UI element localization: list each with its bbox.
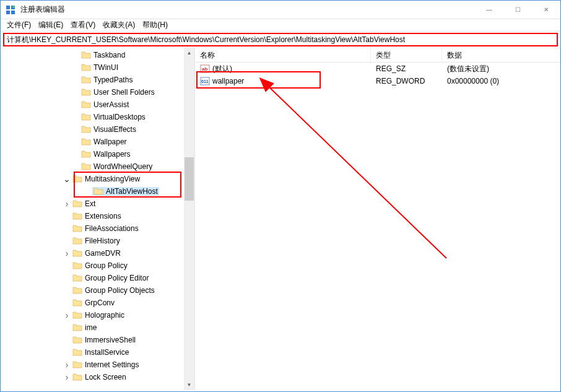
- tree-item-wallpapers[interactable]: Wallpapers: [1, 148, 194, 160]
- value-type: REG_SZ: [371, 64, 442, 73]
- scroll-thumb[interactable]: [185, 157, 194, 201]
- tree-item-label: WordWheelQuery: [94, 162, 152, 171]
- no-expand-icon: [71, 150, 80, 159]
- tree-scrollbar[interactable]: ▲ ▼: [184, 48, 194, 390]
- svg-text:ab: ab: [202, 66, 207, 72]
- expand-icon[interactable]: ›: [63, 249, 71, 258]
- tree-item-wordwheelquery[interactable]: WordWheelQuery: [1, 160, 194, 173]
- svg-rect-2: [6, 11, 10, 14]
- binary-value-icon: 011: [200, 76, 210, 86]
- menubar: 文件(F) 编辑(E) 查看(V) 收藏夹(A) 帮助(H): [1, 19, 560, 32]
- folder-icon: [72, 298, 82, 307]
- tree-item-label: AltTabViewHost: [106, 187, 158, 196]
- folder-icon: [72, 261, 82, 270]
- folder-icon: [81, 63, 91, 72]
- tree-item-virtualdesktops[interactable]: VirtualDesktops: [1, 111, 194, 123]
- tree-item-group-policy[interactable]: Group Policy: [1, 259, 194, 272]
- tree-item-typedpaths[interactable]: TypedPaths: [1, 74, 194, 86]
- tree-item-wallpaper[interactable]: Wallpaper: [1, 136, 194, 148]
- expand-icon[interactable]: ›: [63, 373, 71, 381]
- tree-item-label: Group Policy: [85, 261, 128, 270]
- column-name[interactable]: 名称: [195, 48, 371, 62]
- menu-file[interactable]: 文件(F): [3, 19, 35, 32]
- no-expand-icon: [71, 88, 80, 97]
- tree-panel: TaskbandTWinUITypedPathsUser Shell Folde…: [1, 48, 195, 390]
- tree-item-label: ime: [85, 323, 97, 332]
- column-data[interactable]: 数据: [442, 48, 560, 62]
- value-type: REG_DWORD: [371, 77, 442, 85]
- folder-icon: [81, 150, 91, 159]
- folder-icon: [72, 249, 82, 258]
- listview-panel: 名称 类型 数据 ab(默认)REG_SZ(数值未设置)011wallpaper…: [195, 48, 560, 390]
- maximize-button[interactable]: ☐: [503, 1, 532, 19]
- folder-icon: [72, 348, 82, 357]
- expand-icon[interactable]: ›: [63, 311, 71, 320]
- listview-header: 名称 类型 数据: [195, 48, 560, 63]
- tree-item-extensions[interactable]: Extensions: [1, 210, 194, 222]
- window-title: 注册表编辑器: [20, 4, 475, 15]
- list-row[interactable]: ab(默认)REG_SZ(数值未设置): [195, 63, 560, 75]
- tree-item-ime[interactable]: ime: [1, 321, 194, 334]
- tree-item-label: VirtualDesktops: [94, 113, 146, 121]
- tree-item-taskband[interactable]: Taskband: [1, 49, 194, 61]
- menu-help[interactable]: 帮助(H): [139, 19, 172, 32]
- tree-item-holographic[interactable]: ›Holographic: [1, 309, 194, 321]
- scroll-down-button[interactable]: ▼: [184, 380, 194, 390]
- tree-item-user-shell-folders[interactable]: User Shell Folders: [1, 86, 194, 98]
- folder-icon: [81, 113, 91, 121]
- menu-view[interactable]: 查看(V): [67, 19, 99, 32]
- folder-icon: [72, 224, 82, 233]
- tree-item-alttabviewhost[interactable]: AltTabViewHost: [1, 185, 194, 198]
- tree-item-multitaskingview[interactable]: ⌄MultitaskingView: [1, 173, 194, 185]
- tree-item-label: ImmersiveShell: [85, 336, 136, 344]
- no-expand-icon: [63, 224, 71, 233]
- tree-item-grpconv[interactable]: GrpConv: [1, 297, 194, 309]
- tree-item-twinui[interactable]: TWinUI: [1, 61, 194, 74]
- no-expand-icon: [71, 137, 80, 146]
- content-area: TaskbandTWinUITypedPathsUser Shell Folde…: [1, 48, 560, 390]
- folder-icon: [72, 373, 82, 381]
- tree-item-fileassociations[interactable]: FileAssociations: [1, 222, 194, 235]
- tree-item-label: Extensions: [85, 212, 121, 220]
- tree-item-group-policy-editor[interactable]: Group Policy Editor: [1, 272, 194, 284]
- tree-item-label: Lock Screen: [85, 373, 126, 381]
- tree-item-group-policy-objects[interactable]: Group Policy Objects: [1, 284, 194, 297]
- list-row[interactable]: 011wallpaperREG_DWORD0x00000000 (0): [195, 75, 560, 87]
- tree-item-label: TypedPaths: [94, 76, 133, 84]
- column-type[interactable]: 类型: [371, 48, 442, 62]
- no-expand-icon: [71, 51, 80, 59]
- tree-item-lock-screen[interactable]: ›Lock Screen: [1, 371, 194, 383]
- svg-rect-3: [11, 11, 15, 14]
- tree-item-label: TWinUI: [94, 63, 118, 72]
- tree-item-ext[interactable]: ›Ext: [1, 198, 194, 210]
- tree-item-filehistory[interactable]: FileHistory: [1, 235, 194, 247]
- tree-item-installservice[interactable]: InstallService: [1, 346, 194, 359]
- value-name: wallpaper: [212, 77, 244, 85]
- tree-item-immersiveshell[interactable]: ImmersiveShell: [1, 334, 194, 346]
- folder-icon: [72, 274, 82, 282]
- tree-item-label: UserAssist: [94, 100, 129, 109]
- no-expand-icon: [63, 274, 71, 282]
- annotation-arrow: [195, 48, 560, 392]
- tree-item-internet-settings[interactable]: ›Internet Settings: [1, 359, 194, 371]
- tree-item-userassist[interactable]: UserAssist: [1, 98, 194, 111]
- no-expand-icon: [63, 261, 71, 270]
- menu-edit[interactable]: 编辑(E): [35, 19, 67, 32]
- no-expand-icon: [71, 100, 80, 109]
- expand-icon[interactable]: ›: [63, 199, 71, 208]
- value-data: (数值未设置): [442, 64, 560, 74]
- tree-item-visualeffects[interactable]: VisualEffects: [1, 123, 194, 136]
- folder-icon: [72, 360, 82, 369]
- scroll-up-button[interactable]: ▲: [184, 48, 194, 58]
- close-button[interactable]: ✕: [532, 1, 560, 19]
- address-input[interactable]: [7, 35, 554, 44]
- minimize-button[interactable]: —: [475, 1, 503, 19]
- folder-icon: [81, 125, 91, 134]
- expand-icon[interactable]: ›: [63, 360, 71, 369]
- collapse-icon[interactable]: ⌄: [63, 175, 71, 183]
- tree-item-label: FileAssociations: [85, 224, 139, 233]
- tree-item-gamedvr[interactable]: ›GameDVR: [1, 247, 194, 259]
- folder-icon: [81, 51, 91, 59]
- no-expand-icon: [63, 348, 71, 357]
- menu-favorites[interactable]: 收藏夹(A): [99, 19, 139, 32]
